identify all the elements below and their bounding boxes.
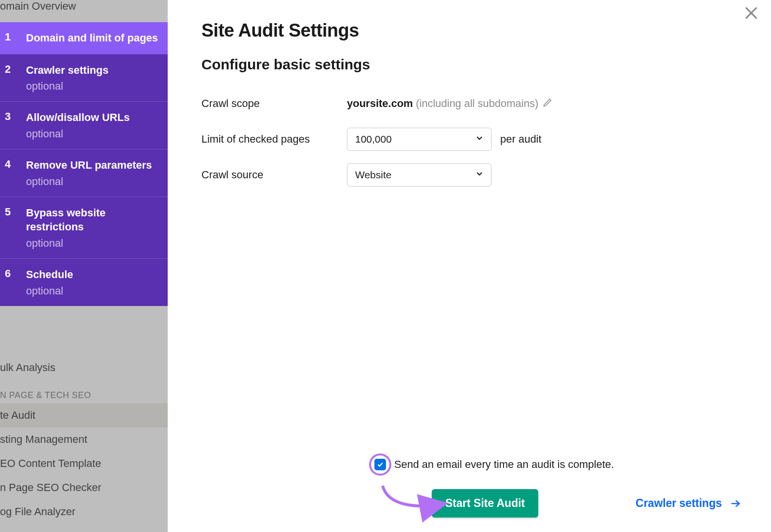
modal-title: Site Audit Settings xyxy=(201,20,771,41)
wizard-step-label: Domain and limit of pages xyxy=(26,31,160,45)
wizard-step-optional: optional xyxy=(26,128,160,140)
start-site-audit-button[interactable]: Start Site Audit xyxy=(432,489,538,518)
wizard-step-label: Crawler settings xyxy=(26,63,160,78)
edit-scope-icon[interactable] xyxy=(542,97,553,110)
wizard-step-label: Allow/disallow URLs xyxy=(26,110,160,125)
wizard-step-optional: optional xyxy=(26,237,160,250)
arrow-right-icon xyxy=(729,498,742,509)
modal-subtitle: Configure basic settings xyxy=(201,56,771,73)
source-label: Crawl source xyxy=(201,169,347,181)
source-select-value: Website xyxy=(355,169,391,181)
wizard-step-5[interactable]: 5 Bypass website restrictions optional xyxy=(0,197,168,258)
limit-select[interactable]: 100,000 xyxy=(347,128,492,151)
email-checkbox-label: Send an email every time an audit is com… xyxy=(394,458,614,471)
wizard-step-number: 1 xyxy=(4,31,26,45)
crawl-scope-domain: yoursite.com xyxy=(347,97,413,109)
wizard-step-optional: optional xyxy=(26,175,160,188)
highlight-ring-icon xyxy=(369,453,391,476)
wizard-steps: 1 Domain and limit of pages 2 Crawler se… xyxy=(0,22,168,306)
wizard-step-number: 2 xyxy=(4,63,26,93)
settings-modal: Site Audit Settings Configure basic sett… xyxy=(168,0,771,532)
crawler-settings-link[interactable]: Crawler settings xyxy=(636,497,742,510)
close-button[interactable] xyxy=(743,5,759,23)
wizard-step-label: Remove URL parameters xyxy=(26,158,160,173)
wizard-step-label: Schedule xyxy=(26,267,160,282)
wizard-step-2[interactable]: 2 Crawler settings optional xyxy=(0,54,168,102)
wizard-step-number: 6 xyxy=(4,267,26,297)
wizard-step-optional: optional xyxy=(26,80,160,93)
wizard-step-label: Bypass website restrictions xyxy=(26,206,160,234)
annotation-arrow-icon xyxy=(379,484,446,515)
wizard-step-3[interactable]: 3 Allow/disallow URLs optional xyxy=(0,101,168,149)
source-select[interactable]: Website xyxy=(347,163,492,186)
crawl-scope-value: yoursite.com(including all subdomains) xyxy=(347,97,538,110)
limit-suffix: per audit xyxy=(500,133,542,146)
chevron-down-icon xyxy=(475,169,484,181)
wizard-step-1[interactable]: 1 Domain and limit of pages xyxy=(0,22,168,54)
wizard-step-4[interactable]: 4 Remove URL parameters optional xyxy=(0,149,168,197)
email-checkbox[interactable] xyxy=(369,453,391,476)
limit-label: Limit of checked pages xyxy=(201,133,347,146)
wizard-step-number: 4 xyxy=(4,158,26,188)
limit-select-value: 100,000 xyxy=(355,133,392,145)
wizard-step-optional: optional xyxy=(26,285,160,297)
crawl-scope-subtext: (including all subdomains) xyxy=(416,97,538,109)
crawl-scope-label: Crawl scope xyxy=(201,97,347,110)
next-link-label: Crawler settings xyxy=(636,497,722,510)
wizard-step-number: 3 xyxy=(4,110,26,140)
chevron-down-icon xyxy=(475,133,484,146)
wizard-step-6[interactable]: 6 Schedule optional xyxy=(0,258,168,306)
wizard-step-number: 5 xyxy=(4,206,26,250)
